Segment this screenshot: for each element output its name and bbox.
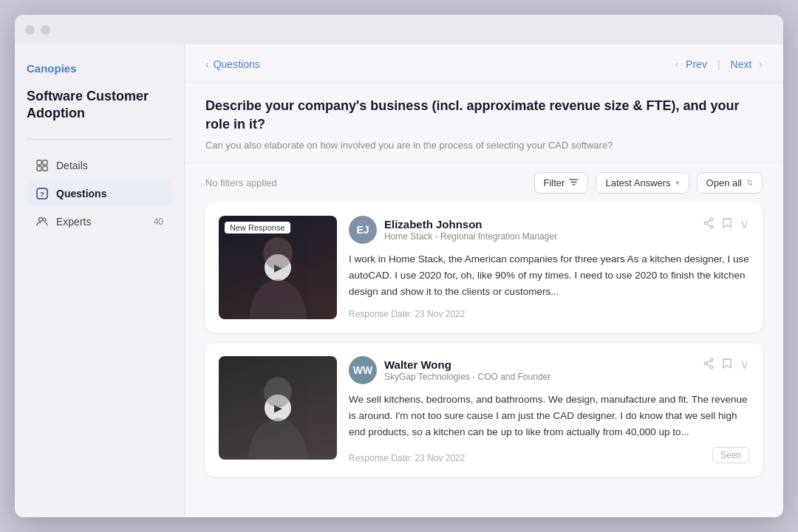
expand-icon-1[interactable]: ∨ xyxy=(740,216,749,232)
svg-line-22 xyxy=(707,364,711,366)
sort-button[interactable]: Latest Answers ▾ xyxy=(596,172,689,194)
card-actions-2: ∨ xyxy=(703,356,749,372)
sidebar-item-details[interactable]: Details xyxy=(27,153,172,178)
traffic-light-close[interactable] xyxy=(25,25,35,35)
prev-chevron-icon: ‹ xyxy=(675,58,678,70)
svg-point-12 xyxy=(710,218,713,221)
no-filters-label: No filters applied xyxy=(205,177,277,188)
avatar-2: WW xyxy=(349,356,377,384)
sidebar-logo[interactable]: Canopies xyxy=(27,62,172,75)
sidebar-item-experts[interactable]: Experts 40 xyxy=(27,209,172,234)
next-button[interactable]: Next xyxy=(726,56,757,72)
respondent-role-2: SkyGap Technologies - COO and Founder xyxy=(384,372,550,382)
breadcrumb-back-icon: ‹ xyxy=(205,58,209,70)
app-window: Canopies Software Customer Adoption Deta… xyxy=(15,15,783,517)
svg-line-16 xyxy=(707,224,711,226)
person-silhouette-2 xyxy=(219,372,337,460)
response-date-1: Response Date: 23 Nov 2022 xyxy=(349,309,749,319)
sidebar-item-details-label: Details xyxy=(56,160,88,171)
video-thumbnail-1[interactable]: New Response ▶ xyxy=(219,216,337,319)
question-title: Describe your company's business (incl. … xyxy=(205,97,763,134)
responses-list: New Response ▶ EJ Elizabeth Johnson xyxy=(185,202,783,517)
filter-button[interactable]: Filter xyxy=(534,172,589,194)
svg-point-11 xyxy=(263,237,293,270)
respondent-details-1: Elizabeth Johnson Home Stack - Regional … xyxy=(384,218,557,242)
people-icon xyxy=(35,215,49,228)
traffic-light-min[interactable] xyxy=(41,25,50,35)
svg-point-14 xyxy=(704,222,707,225)
response-footer-2: Response Date: 23 Nov 2022 Seen xyxy=(349,447,749,463)
question-subtitle: Can you also elaborate on how involved y… xyxy=(205,140,763,151)
filter-controls: Filter Latest Answers ▾ xyxy=(534,172,763,194)
respondent-role-1: Home Stack - Regional Integration Manage… xyxy=(384,231,557,242)
response-content-2: WW Walter Wong SkyGap Technologies - COO… xyxy=(349,356,749,463)
breadcrumb[interactable]: ‹ Questions xyxy=(205,58,260,70)
question-icon: ? xyxy=(35,187,49,200)
response-date-2: Response Date: 23 Nov 2022 xyxy=(349,453,465,463)
svg-point-13 xyxy=(710,225,713,228)
svg-text:?: ? xyxy=(40,190,44,197)
sort-chevron-icon: ▾ xyxy=(675,178,680,188)
response-card-2: ▶ WW Walter Wong SkyGap Technologies - C… xyxy=(205,343,763,477)
avatar-initials-2: WW xyxy=(353,364,372,376)
bookmark-icon-1[interactable] xyxy=(722,217,732,231)
response-header-1: EJ Elizabeth Johnson Home Stack - Region… xyxy=(349,216,749,244)
svg-line-15 xyxy=(707,220,711,222)
svg-rect-0 xyxy=(37,160,41,165)
open-all-icon: ⇅ xyxy=(746,178,753,188)
app-body: Canopies Software Customer Adoption Deta… xyxy=(15,44,783,517)
respondent-info-1: EJ Elizabeth Johnson Home Stack - Region… xyxy=(349,216,557,244)
svg-point-6 xyxy=(39,217,43,221)
svg-rect-2 xyxy=(37,166,41,171)
sidebar-project-title: Software Customer Adoption xyxy=(27,88,172,123)
svg-rect-3 xyxy=(43,166,47,171)
svg-point-18 xyxy=(710,358,713,361)
sort-button-label: Latest Answers xyxy=(605,177,670,188)
response-text-1: I work in Home Stack, the American compa… xyxy=(349,251,749,299)
response-content-1: EJ Elizabeth Johnson Home Stack - Region… xyxy=(349,216,749,319)
seen-badge: Seen xyxy=(712,447,749,463)
sidebar-item-questions[interactable]: ? Questions xyxy=(27,181,172,206)
sidebar: Canopies Software Customer Adoption Deta… xyxy=(15,44,185,517)
response-text-2: We sell kitchens, bedrooms, and bathroom… xyxy=(349,392,749,440)
breadcrumb-label: Questions xyxy=(214,58,260,70)
card-actions-1: ∨ xyxy=(703,216,749,232)
prev-button[interactable]: Prev xyxy=(681,56,712,72)
svg-point-17 xyxy=(264,377,292,408)
main-header: ‹ Questions ‹ Prev | Next › xyxy=(185,44,783,82)
sidebar-divider xyxy=(27,139,172,140)
open-all-button[interactable]: Open all ⇅ xyxy=(697,172,763,194)
response-card: New Response ▶ EJ Elizabeth Johnson xyxy=(205,202,763,332)
respondent-info-2: WW Walter Wong SkyGap Technologies - COO… xyxy=(349,356,550,384)
svg-line-21 xyxy=(707,361,711,363)
sidebar-item-experts-label: Experts xyxy=(56,216,91,228)
sidebar-item-questions-label: Questions xyxy=(56,188,106,200)
bookmark-icon-2[interactable] xyxy=(722,358,732,372)
share-icon-1[interactable] xyxy=(703,217,715,231)
expand-icon-2[interactable]: ∨ xyxy=(740,356,749,372)
filters-bar: No filters applied Filter L xyxy=(185,163,783,202)
question-section: Describe your company's business (incl. … xyxy=(185,82,783,163)
respondent-details-2: Walter Wong SkyGap Technologies - COO an… xyxy=(384,358,550,382)
respondent-name-2: Walter Wong xyxy=(384,358,550,371)
respondent-name-1: Elizabeth Johnson xyxy=(384,218,557,231)
response-header-2: WW Walter Wong SkyGap Technologies - COO… xyxy=(349,356,749,384)
video-thumbnail-2[interactable]: ▶ xyxy=(219,356,337,460)
filter-icon xyxy=(569,177,579,188)
svg-rect-1 xyxy=(43,160,47,165)
person-silhouette-1 xyxy=(219,231,337,319)
main-content: ‹ Questions ‹ Prev | Next › Describe you… xyxy=(185,44,783,517)
filter-button-label: Filter xyxy=(544,177,565,188)
share-icon-2[interactable] xyxy=(703,358,715,372)
nav-divider: | xyxy=(717,58,720,70)
avatar-initials-1: EJ xyxy=(356,224,369,236)
next-chevron-icon: › xyxy=(759,58,763,70)
svg-point-7 xyxy=(43,218,46,221)
svg-point-20 xyxy=(704,362,707,365)
avatar-1: EJ xyxy=(349,216,377,244)
svg-point-19 xyxy=(710,366,713,369)
experts-badge: 40 xyxy=(154,216,163,227)
new-response-badge: New Response xyxy=(225,222,290,233)
open-all-label: Open all xyxy=(706,177,742,188)
nav-buttons: ‹ Prev | Next › xyxy=(675,56,763,72)
